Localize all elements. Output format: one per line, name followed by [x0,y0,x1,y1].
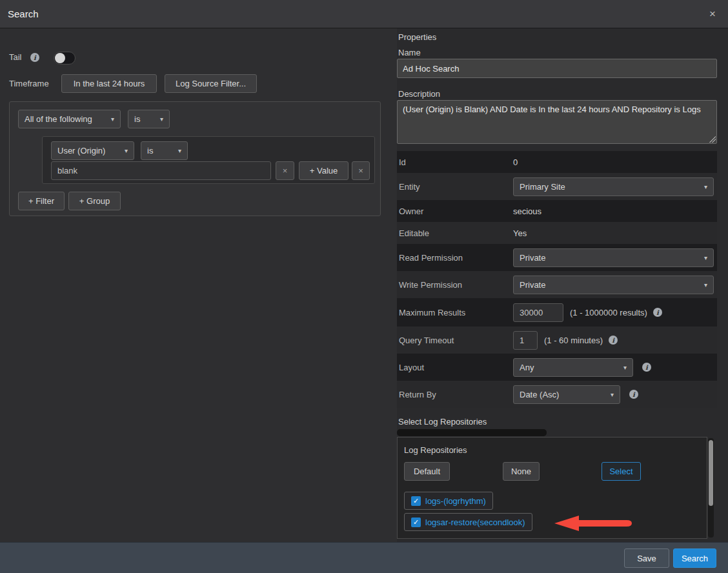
scrollbar-thumb[interactable] [709,440,713,506]
repository-item[interactable]: ✓ logsar-restore(secondlook) [404,513,532,531]
annotation-arrow [554,515,633,532]
repository-item[interactable]: ✓ logs-(logrhythm) [404,492,493,510]
vertical-scrollbar[interactable] [708,438,714,538]
property-row-read-permission: Read Permission Private ▾ [397,244,717,271]
property-label: Layout [397,363,513,372]
select-button[interactable]: Select [602,462,641,481]
save-button[interactable]: Save [624,548,669,568]
dropdown-value: Date (Asc) [520,390,559,399]
property-label: Write Permission [397,280,513,290]
properties-heading: Properties [398,32,436,42]
rule-field-dropdown[interactable]: User (Origin) ▾ [51,141,134,160]
property-row-entity: Entity Primary Site ▾ [397,173,717,200]
repository-label: logsar-restore(secondlook) [425,518,525,527]
default-button[interactable]: Default [404,462,450,481]
chevron-down-icon: ▾ [125,147,128,154]
checkbox-checked-icon[interactable]: ✓ [411,496,421,506]
horizontal-scrollbar[interactable] [397,429,547,436]
dropdown-value: User (Origin) [57,146,105,156]
range-hint: (1 - 60 minutes) [544,336,603,345]
maximum-results-input[interactable] [513,303,563,322]
return-by-dropdown[interactable]: Date (Asc) ▾ [513,385,620,404]
log-repositories-title: Log Repositories [404,445,467,455]
timeframe-button[interactable]: In the last 24 hours [61,74,157,93]
chevron-down-icon: ▾ [111,116,114,123]
dropdown-value: Private [520,253,545,263]
info-icon[interactable]: i [642,363,651,372]
log-repositories-box: Log Repositories Default None Select ✓ l… [397,437,707,539]
property-label: Return By [397,390,513,399]
group-operator-dropdown[interactable]: All of the following ▾ [18,110,121,128]
query-timeout-input[interactable] [513,331,538,350]
description-label: Description [398,89,440,99]
dropdown-value: All of the following [25,114,92,124]
chevron-down-icon: ▾ [611,391,614,398]
property-label: Read Permission [397,253,513,263]
search-criteria-panel: Tail i Timeframe In the last 24 hours Lo… [0,28,397,542]
name-label: Name [398,48,421,57]
info-icon[interactable]: i [629,390,638,399]
name-input[interactable] [397,59,717,78]
group-condition-dropdown[interactable]: is ▾ [128,110,170,128]
property-label: Entity [397,182,513,192]
close-icon[interactable]: × [705,6,720,22]
property-row-id: Id 0 [397,151,717,173]
toggle-knob-icon [55,53,65,63]
rule-value-input[interactable] [51,161,271,180]
property-rows: Id 0 Entity Primary Site ▾ Owner secious… [397,151,717,408]
property-row-query-timeout: Query Timeout (1 - 60 minutes) i [397,327,717,354]
dialog-title: Search [8,8,39,19]
info-icon[interactable]: i [30,53,39,62]
info-icon[interactable]: i [653,308,662,317]
property-row-layout: Layout Any ▾ i [397,354,717,381]
dropdown-value: Primary Site [520,182,565,192]
property-value: Yes [513,228,527,238]
property-value: secious [513,206,541,216]
log-source-filter-button[interactable]: Log Source Filter... [165,74,257,93]
chevron-down-icon: ▾ [704,183,707,190]
property-label: Query Timeout [397,336,513,345]
search-dialog: Search × Tail i Timeframe In the last 24… [0,0,728,573]
property-row-maximum-results: Maximum Results (1 - 1000000 results) i [397,298,717,327]
dropdown-value: Any [520,363,534,372]
resize-handle-icon[interactable] [709,136,716,143]
chevron-down-icon: ▾ [704,254,707,261]
dropdown-value: is [147,146,153,156]
timeframe-label: Timeframe [9,79,49,88]
add-group-button[interactable]: + Group [68,192,121,210]
property-value: 0 [513,157,518,167]
none-button[interactable]: None [503,462,540,481]
write-permission-dropdown[interactable]: Private ▾ [513,276,714,294]
remove-filter-button[interactable]: × [352,161,370,180]
dialog-footer: Save Search [0,542,728,573]
properties-panel: Properties Name Description (User (Origi… [397,28,728,542]
entity-dropdown[interactable]: Primary Site ▾ [513,177,714,196]
tail-toggle[interactable] [54,52,76,65]
chevron-down-icon: ▾ [178,147,181,154]
dropdown-value: is [134,114,140,124]
search-button[interactable]: Search [673,548,716,568]
rule-operator-dropdown[interactable]: is ▾ [141,141,188,160]
remove-value-button[interactable]: × [276,161,294,180]
add-filter-button[interactable]: + Filter [18,192,65,210]
select-log-repositories-heading: Select Log Repositories [398,417,487,427]
chevron-down-icon: ▾ [623,364,627,371]
chevron-down-icon: ▾ [160,116,163,123]
layout-dropdown[interactable]: Any ▾ [513,358,633,377]
tail-label: Tail [9,52,22,62]
range-hint: (1 - 1000000 results) [570,308,647,317]
dropdown-value: Private [520,280,545,290]
checkbox-checked-icon[interactable]: ✓ [411,518,421,527]
info-icon[interactable]: i [609,336,618,345]
dialog-header: Search × [0,0,728,28]
description-textarea[interactable]: (User (Origin) is Blank) AND Date is In … [397,100,717,144]
add-value-button[interactable]: + Value [299,161,349,180]
read-permission-dropdown[interactable]: Private ▾ [513,248,714,267]
property-row-editable: Editable Yes [397,222,717,244]
property-row-write-permission: Write Permission Private ▾ [397,271,717,298]
property-label: Editable [397,228,513,238]
repository-label: logs-(logrhythm) [425,496,486,506]
property-label: Id [397,157,513,167]
property-label: Maximum Results [397,308,513,317]
property-label: Owner [397,206,513,216]
